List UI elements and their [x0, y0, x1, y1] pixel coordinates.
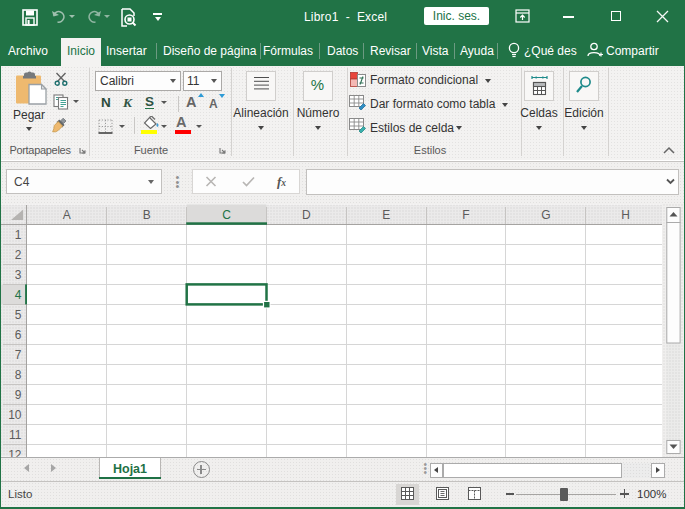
svg-text:E: E	[382, 208, 390, 222]
svg-text:G: G	[541, 208, 550, 222]
svg-text:H: H	[621, 208, 630, 222]
svg-text:F: F	[462, 208, 469, 222]
svg-text:10: 10	[8, 408, 22, 422]
svg-text:4: 4	[15, 288, 22, 302]
svg-text:6: 6	[15, 328, 22, 342]
svg-text:2: 2	[15, 248, 22, 262]
svg-text:7: 7	[15, 348, 22, 362]
svg-text:C: C	[222, 208, 231, 222]
svg-text:A: A	[63, 208, 71, 222]
svg-text:8: 8	[15, 368, 22, 382]
svg-text:9: 9	[15, 388, 22, 402]
svg-text:1: 1	[15, 228, 22, 242]
svg-text:B: B	[143, 208, 151, 222]
svg-text:11: 11	[9, 428, 22, 442]
svg-text:D: D	[302, 208, 311, 222]
svg-text:3: 3	[15, 268, 22, 282]
svg-text:5: 5	[15, 308, 22, 322]
